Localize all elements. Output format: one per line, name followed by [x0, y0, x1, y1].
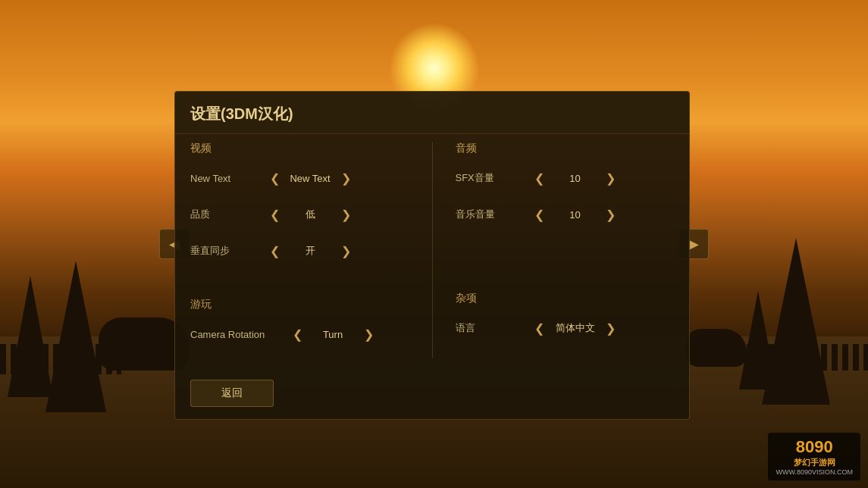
music-next-button[interactable]: ❯	[603, 206, 619, 223]
quality-prev-button[interactable]: ❮	[266, 206, 283, 223]
army-silhouette-left	[0, 344, 121, 374]
setting-row-sfx: SFX音量 ❮ 10 ❯	[456, 166, 675, 190]
setting-label-vsync: 垂直同步	[190, 244, 266, 258]
return-button[interactable]: 返回	[190, 380, 274, 407]
dialog-title: 设置(3DM汉化)	[175, 92, 689, 134]
setting-control-camera: ❮ Turn ❯	[289, 326, 377, 343]
setting-label-quality: 品质	[190, 208, 266, 221]
setting-row-quality: 品质 ❮ 低 ❯	[190, 202, 409, 227]
vsync-prev-button[interactable]: ❮	[266, 242, 283, 259]
sfx-value: 10	[553, 173, 598, 184]
dialog-body: 视频 New Text ❮ New Text ❯ 品质 ❮ 低 ❯	[175, 134, 689, 374]
camera-prev-button[interactable]: ❮	[289, 326, 306, 343]
spacer-right	[456, 239, 675, 292]
language-next-button[interactable]: ❯	[603, 320, 619, 336]
spacer-left	[190, 275, 409, 298]
resolution-next-button[interactable]: ❯	[337, 170, 354, 186]
setting-control-quality: ❮ 低 ❯	[266, 206, 354, 223]
setting-control-music: ❮ 10 ❯	[531, 206, 619, 223]
setting-row-camera: Camera Rotation ❮ Turn ❯	[190, 322, 409, 346]
resolution-value: New Text	[287, 173, 333, 184]
sfx-next-button[interactable]: ❯	[603, 170, 619, 186]
setting-label-language: 语言	[456, 321, 531, 335]
setting-control-language: ❮ 简体中文 ❯	[531, 320, 619, 336]
quality-next-button[interactable]: ❯	[337, 206, 354, 223]
sfx-prev-button[interactable]: ❮	[531, 170, 548, 186]
setting-label-music: 音乐音量	[456, 208, 531, 221]
column-divider	[432, 142, 433, 358]
camera-next-button[interactable]: ❯	[360, 326, 377, 343]
language-prev-button[interactable]: ❮	[531, 320, 548, 336]
setting-row-resolution: New Text ❮ New Text ❯	[190, 166, 409, 190]
settings-dialog: 设置(3DM汉化) 视频 New Text ❮ New Text ❯ 品质 ❮ …	[174, 91, 690, 420]
vsync-next-button[interactable]: ❯	[337, 242, 354, 259]
animal-silhouette-right	[686, 329, 747, 367]
resolution-prev-button[interactable]: ❮	[266, 170, 283, 186]
section-title-audio: 音频	[456, 142, 675, 158]
setting-row-vsync: 垂直同步 ❮ 开 ❯	[190, 239, 409, 263]
vsync-value: 开	[287, 244, 333, 258]
army-silhouette-right	[747, 344, 868, 371]
quality-value: 低	[287, 208, 333, 221]
watermark-url: WWW.8090VISION.COM	[776, 468, 853, 476]
setting-control-vsync: ❮ 开 ❯	[266, 242, 354, 259]
section-title-gameplay: 游玩	[190, 298, 409, 314]
right-column: 音频 SFX音量 ❮ 10 ❯ 音乐音量 ❮ 10 ❯	[456, 142, 675, 358]
section-title-video: 视频	[190, 142, 409, 158]
camera-value: Turn	[310, 329, 356, 340]
music-prev-button[interactable]: ❮	[531, 206, 548, 223]
setting-row-language: 语言 ❮ 简体中文 ❯	[456, 316, 675, 340]
section-title-misc: 杂项	[456, 292, 675, 308]
setting-label-sfx: SFX音量	[456, 171, 531, 185]
setting-label-resolution: New Text	[190, 173, 266, 184]
dialog-footer: 返回	[175, 374, 689, 419]
left-column: 视频 New Text ❮ New Text ❯ 品质 ❮ 低 ❯	[190, 142, 409, 358]
setting-control-resolution: ❮ New Text ❯	[266, 170, 354, 186]
setting-control-sfx: ❮ 10 ❯	[531, 170, 619, 186]
watermark-number: 8090	[796, 437, 833, 457]
setting-row-music: 音乐音量 ❮ 10 ❯	[456, 202, 675, 227]
language-value: 简体中文	[553, 321, 598, 335]
music-value: 10	[553, 209, 598, 221]
watermark: 8090 梦幻手游网 WWW.8090VISION.COM	[768, 433, 860, 480]
setting-label-camera: Camera Rotation	[190, 329, 289, 340]
watermark-sitename: 梦幻手游网	[794, 457, 835, 468]
